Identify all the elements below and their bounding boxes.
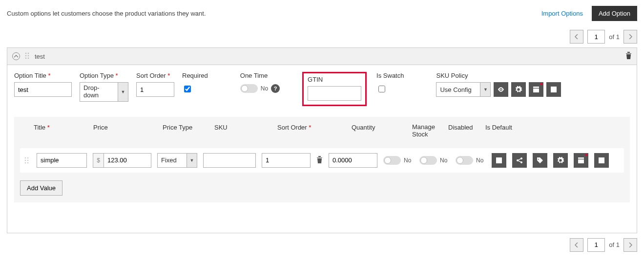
currency-symbol: $ [93,153,104,168]
chevron-right-icon [628,243,632,247]
link-button[interactable] [512,153,527,168]
svg-point-3 [28,55,29,56]
image-button[interactable] [492,153,506,168]
svg-point-4 [25,57,27,59]
tag-icon [536,156,544,164]
chevron-down-icon: ▼ [118,82,128,102]
svg-point-1 [28,52,29,54]
pager-prev-button-bottom[interactable] [570,238,583,252]
option-panel: test Option Title Option Type Drop-down … [7,47,637,233]
chevron-up-icon [14,55,18,58]
sort-order-input[interactable] [136,82,174,97]
isdefault-value: No [476,157,483,164]
col-qty: Quantity [352,124,405,138]
collapse-toggle[interactable] [12,52,20,60]
value-sku-input[interactable] [203,153,256,168]
isswatch-checkbox[interactable] [378,86,385,92]
gtin-highlight-box: GTIN [302,72,367,106]
onetime-toggle[interactable] [240,84,258,93]
required-label: Required [182,72,208,79]
skupolicy-value: Use Config [436,82,480,97]
settings-button[interactable] [511,82,526,97]
row-settings-button[interactable] [553,153,568,168]
pager-of-label-bottom: of 1 [609,241,620,248]
price-type-value: Fixed [157,153,187,168]
pager-of-label: of 1 [609,33,620,41]
delete-value-button[interactable] [316,156,323,165]
col-mstock: Manage Stock [412,124,441,138]
delete-option-button[interactable] [625,52,632,61]
template-button[interactable] [529,82,543,97]
svg-point-12 [27,162,29,164]
isdefault-toggle[interactable] [456,156,473,165]
page-description: Custom options let customers choose the … [7,10,541,17]
list-button[interactable] [546,82,561,97]
option-title-input[interactable] [14,82,72,97]
drag-handle-icon[interactable] [23,157,31,164]
row-template-button[interactable] [574,153,588,168]
import-options-link[interactable]: Import Options [541,10,583,17]
value-sort-input[interactable] [262,153,311,168]
onetime-label: One Time [240,72,280,79]
chevron-down-icon: ▼ [480,82,491,97]
tag-button[interactable] [533,153,547,168]
gtin-input[interactable] [308,86,361,101]
svg-point-8 [27,157,29,159]
disabled-toggle[interactable] [419,156,437,165]
chevron-left-icon [575,34,579,39]
onetime-value: No [261,85,268,92]
chevron-left-icon [575,243,579,247]
col-price: Price [93,124,156,138]
skupolicy-label: SKU Policy [436,72,561,79]
manage-stock-toggle[interactable] [383,156,401,165]
svg-point-5 [28,57,29,59]
help-icon[interactable]: ? [271,84,280,93]
manage-stock-value: No [404,157,411,164]
disabled-value: No [440,157,447,164]
option-name-label: test [35,53,621,60]
chevron-right-icon [628,34,632,39]
template-icon [577,156,585,164]
value-title-input[interactable] [37,153,87,168]
required-checkbox[interactable] [184,86,191,92]
visibility-button[interactable] [494,82,508,97]
add-option-button[interactable]: Add Option [592,6,637,21]
price-type-select[interactable]: Fixed ▼ [157,153,197,168]
pager-prev-button[interactable] [570,30,583,44]
eye-icon [497,86,505,93]
svg-point-11 [25,162,26,164]
sort-order-label: Sort Order [136,72,174,79]
values-table: Title Price Price Type SKU Sort Order Qu… [14,117,630,202]
chevron-down-icon: ▼ [187,153,197,168]
option-type-label: Option Type [80,72,128,79]
svg-point-9 [25,160,26,161]
option-type-select[interactable]: Drop-down ▼ [80,82,128,102]
option-type-value: Drop-down [80,82,118,102]
list-icon [598,156,605,164]
option-title-label: Option Title [14,72,72,79]
svg-point-6 [500,89,502,90]
add-value-button[interactable]: Add Value [20,180,62,196]
svg-point-0 [25,52,27,54]
svg-point-2 [25,55,27,56]
col-disabled: Disabled [448,124,478,138]
pager-page-input-bottom[interactable] [587,238,605,252]
trash-icon [625,52,632,59]
svg-point-7 [25,157,26,159]
image-icon [495,156,503,164]
col-isdefault: Is Default [485,124,519,138]
template-icon [532,86,540,93]
pager-next-button[interactable] [623,30,637,44]
gear-icon [515,86,522,93]
list-icon [550,86,558,93]
pager-next-button-bottom[interactable] [623,238,637,252]
pager-page-input[interactable] [587,30,605,44]
share-icon [516,156,523,164]
value-price-input[interactable] [104,153,151,168]
drag-handle-icon[interactable] [25,52,30,61]
skupolicy-select[interactable]: Use Config ▼ [436,82,491,97]
row-list-button[interactable] [594,153,609,168]
value-qty-input[interactable] [329,153,377,168]
trash-icon [316,156,323,163]
col-sort: Sort Order [277,124,345,138]
